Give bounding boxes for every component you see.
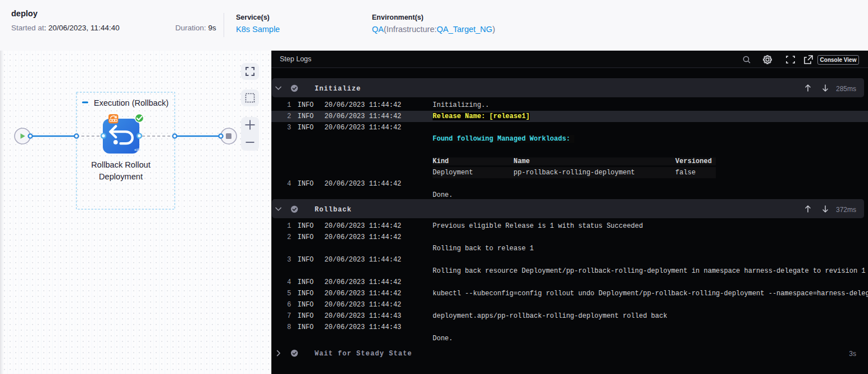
svg-text:Deployment: Deployment <box>99 172 143 181</box>
svg-text:Rollback Rollout: Rollback Rollout <box>91 160 150 169</box>
svg-text:Execution (Rollback): Execution (Rollback) <box>94 98 169 107</box>
svg-text:</>: </> <box>134 147 141 152</box>
